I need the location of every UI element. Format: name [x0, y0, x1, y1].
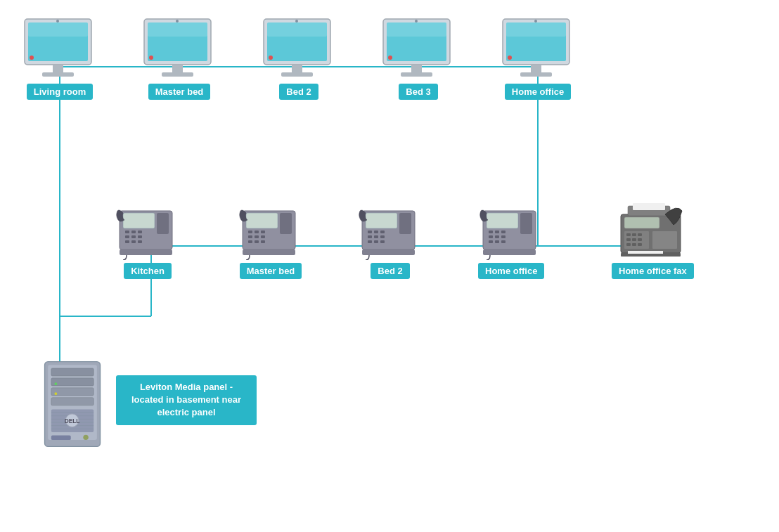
svg-rect-85	[380, 240, 385, 243]
network-diagram: Living room Master bed	[0, 0, 779, 532]
home-office-fax-node: Home office fax	[612, 200, 694, 279]
svg-rect-63	[246, 213, 278, 228]
svg-point-27	[176, 20, 179, 22]
svg-rect-89	[487, 213, 518, 228]
svg-rect-99	[520, 213, 532, 234]
master-bed-node: Master bed	[141, 18, 218, 100]
svg-rect-60	[157, 213, 169, 234]
svg-rect-91	[495, 231, 499, 233]
home-office-phone-label: Home office	[478, 263, 544, 279]
svg-rect-97	[495, 240, 499, 243]
svg-rect-59	[138, 240, 142, 243]
server-node: DELL Leviton Media panel - located in ba…	[39, 358, 186, 467]
svg-rect-16	[28, 22, 88, 37]
svg-rect-18	[42, 72, 74, 77]
svg-rect-104	[624, 217, 659, 228]
svg-rect-31	[292, 65, 302, 73]
bed2-node: Bed 2	[260, 18, 337, 100]
svg-rect-81	[374, 235, 378, 238]
svg-point-20	[56, 20, 59, 22]
svg-rect-78	[374, 231, 378, 233]
svg-rect-106	[626, 233, 631, 236]
server-icon: DELL	[39, 358, 116, 450]
svg-rect-51	[125, 231, 129, 233]
svg-rect-123	[51, 398, 94, 406]
svg-rect-25	[162, 72, 193, 77]
svg-point-40	[388, 56, 392, 60]
svg-point-48	[534, 20, 537, 22]
svg-rect-64	[248, 231, 252, 233]
master-bed-phone-node: Master bed	[239, 204, 302, 279]
svg-rect-107	[632, 233, 636, 236]
svg-rect-55	[131, 235, 136, 238]
svg-rect-93	[489, 235, 493, 238]
svg-rect-110	[632, 238, 636, 241]
svg-rect-98	[501, 240, 506, 243]
svg-rect-53	[138, 231, 142, 233]
svg-rect-57	[125, 240, 129, 243]
svg-rect-56	[138, 235, 142, 238]
svg-rect-71	[255, 240, 259, 243]
svg-rect-112	[626, 243, 631, 246]
svg-rect-80	[368, 235, 372, 238]
svg-rect-30	[267, 22, 327, 37]
svg-point-135	[55, 382, 58, 385]
home-office-label: Home office	[505, 84, 571, 100]
svg-rect-74	[243, 249, 295, 255]
kitchen-phone-node: Kitchen	[116, 204, 179, 279]
kitchen-label: Kitchen	[124, 263, 172, 279]
svg-rect-70	[248, 240, 252, 243]
svg-rect-45	[531, 65, 541, 73]
svg-rect-37	[387, 22, 446, 37]
svg-rect-115	[652, 231, 677, 249]
bed2-label: Bed 2	[279, 84, 318, 100]
svg-rect-96	[489, 240, 493, 243]
svg-rect-117	[628, 251, 663, 254]
svg-point-134	[83, 435, 88, 440]
svg-rect-54	[125, 235, 129, 238]
svg-rect-24	[172, 65, 183, 73]
svg-rect-69	[261, 235, 265, 238]
svg-rect-83	[368, 240, 372, 243]
bed2-phone-label: Bed 2	[371, 263, 409, 279]
svg-rect-103	[633, 203, 665, 210]
svg-rect-58	[131, 240, 136, 243]
living-room-monitor-icon	[21, 18, 98, 81]
svg-rect-17	[53, 65, 63, 73]
svg-rect-84	[374, 240, 378, 243]
svg-rect-61	[120, 249, 172, 255]
bed3-label: Bed 3	[399, 84, 437, 100]
svg-rect-94	[495, 235, 499, 238]
svg-point-33	[269, 56, 273, 60]
svg-rect-90	[489, 231, 493, 233]
bed3-node: Bed 3	[380, 18, 457, 100]
home-office-monitor-icon	[499, 18, 577, 81]
svg-rect-86	[399, 213, 411, 234]
svg-text:DELL: DELL	[65, 417, 80, 424]
svg-point-26	[149, 56, 153, 60]
svg-rect-65	[255, 231, 259, 233]
svg-rect-67	[248, 235, 252, 238]
master-bed-phone-icon	[239, 204, 302, 260]
svg-rect-109	[626, 238, 631, 241]
bed2-phone-node: Bed 2	[359, 204, 422, 279]
svg-rect-23	[148, 22, 207, 37]
svg-rect-122	[51, 388, 94, 396]
svg-point-19	[30, 56, 34, 60]
svg-rect-133	[51, 436, 71, 441]
svg-rect-46	[520, 72, 552, 77]
svg-rect-114	[638, 243, 642, 246]
svg-point-34	[295, 20, 298, 22]
svg-rect-108	[638, 233, 642, 236]
home-office-fax-icon	[617, 200, 688, 260]
leviton-label: Leviton Media panel - located in basemen…	[116, 375, 257, 425]
svg-point-47	[508, 56, 512, 60]
living-room-label: Living room	[27, 84, 93, 100]
svg-rect-79	[380, 231, 385, 233]
svg-rect-121	[51, 378, 94, 386]
home-office-fax-label: Home office fax	[612, 263, 694, 279]
svg-point-41	[415, 20, 418, 22]
svg-rect-52	[131, 231, 136, 233]
svg-rect-77	[368, 231, 372, 233]
svg-rect-82	[380, 235, 385, 238]
